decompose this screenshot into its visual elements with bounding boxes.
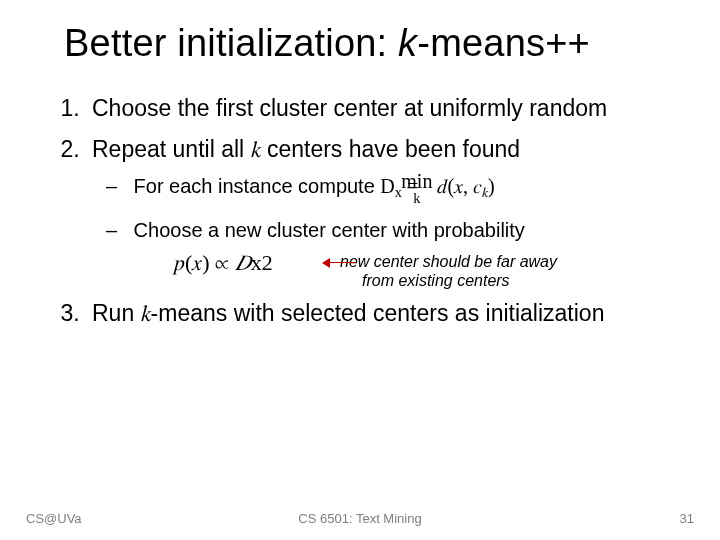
step-2-suffix: centers have been found [261,136,521,162]
sub-list: For each instance compute Dx = mink 𝑑(𝑥,… [106,171,680,287]
substep-1-prefix: For each instance compute [134,175,381,197]
title-suffix: -means++ [417,22,590,64]
d-xc: 𝑑(𝑥, 𝑐 [432,175,482,197]
step-3-k: 𝑘 [141,301,151,326]
substep-2: Choose a new cluster center with probabi… [106,216,680,288]
arrow-left-icon [322,258,356,268]
px-part: 𝑝(𝑥) ∝ [174,250,235,275]
Dx-sub: x [251,250,262,275]
title-prefix: Better initialization: [64,22,398,64]
annotation: new center should be far away from exist… [322,252,572,290]
step-1: Choose the first cluster center at unifo… [86,93,680,124]
slide-title: Better initialization: k-means++ [64,22,680,65]
slide: Better initialization: k-means++ Choose … [0,0,720,540]
step-1-text: Choose the first cluster center at unifo… [92,95,607,121]
step-3-suffix: -means with selected centers as initiali… [151,300,605,326]
probability-formula: 𝑝(𝑥) ∝ 𝐷x2 [174,250,273,275]
annotation-text: new center should be far away from exist… [362,252,572,290]
step-3: Run 𝑘-means with selected centers as ini… [86,298,680,329]
Dx-D: D [380,175,394,197]
D-part: 𝐷 [235,250,251,275]
step-2-prefix: Repeat until all [92,136,251,162]
step-2-k: 𝑘 [251,137,261,162]
title-k: k [398,22,417,64]
substep-2-text: Choose a new cluster center with probabi… [134,219,525,241]
main-list: Choose the first cluster center at unifo… [86,93,680,329]
substep-1: For each instance compute Dx = mink 𝑑(𝑥,… [106,171,680,205]
formula-row: 𝑝(𝑥) ∝ 𝐷x2 new center should be far away… [196,248,680,288]
substep-1-formula: Dx = mink 𝑑(𝑥, 𝑐𝑘) [380,175,494,197]
step-3-prefix: Run [92,300,141,326]
step-2: Repeat until all 𝑘 centers have been fou… [86,134,680,287]
sq-sup: 2 [262,250,273,275]
slide-number: 31 [680,511,694,526]
footer-center: CS 6501: Text Mining [0,511,720,526]
close-paren: ) [488,175,495,197]
